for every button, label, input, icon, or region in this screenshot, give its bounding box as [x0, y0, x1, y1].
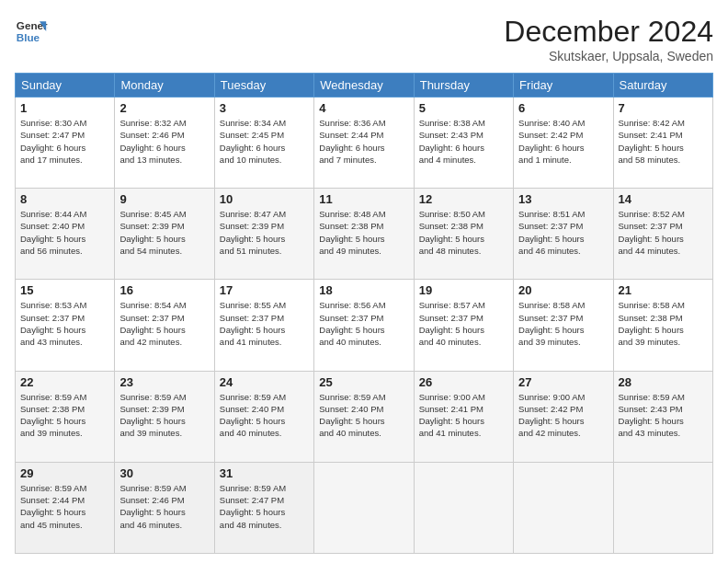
day-info: Sunrise: 8:38 AM Sunset: 2:43 PM Dayligh… — [419, 117, 508, 166]
day-number: 8 — [20, 192, 109, 206]
day-info: Sunrise: 8:54 AM Sunset: 2:37 PM Dayligh… — [119, 299, 209, 348]
day-cell: 19Sunrise: 8:57 AM Sunset: 2:37 PM Dayli… — [414, 280, 513, 371]
day-number: 24 — [220, 375, 309, 389]
header: General Blue December 2024 Skutskaer, Up… — [15, 15, 713, 63]
day-number: 18 — [319, 283, 408, 297]
week-row-5: 29Sunrise: 8:59 AM Sunset: 2:44 PM Dayli… — [16, 462, 713, 553]
day-info: Sunrise: 8:57 AM Sunset: 2:37 PM Dayligh… — [419, 299, 508, 348]
day-number: 5 — [419, 101, 508, 115]
title-section: December 2024 Skutskaer, Uppsala, Sweden — [504, 15, 713, 63]
day-number: 7 — [619, 101, 708, 115]
day-cell: 3Sunrise: 8:34 AM Sunset: 2:45 PM Daylig… — [214, 98, 313, 189]
day-number: 15 — [20, 283, 109, 297]
day-cell: 8Sunrise: 8:44 AM Sunset: 2:40 PM Daylig… — [16, 189, 115, 280]
week-row-1: 1Sunrise: 8:30 AM Sunset: 2:47 PM Daylig… — [16, 98, 713, 189]
month-title: December 2024 — [504, 15, 713, 49]
day-info: Sunrise: 8:59 AM Sunset: 2:40 PM Dayligh… — [220, 391, 309, 440]
day-cell: 28Sunrise: 8:59 AM Sunset: 2:43 PM Dayli… — [613, 371, 712, 462]
day-cell — [414, 462, 513, 553]
day-cell: 29Sunrise: 8:59 AM Sunset: 2:44 PM Dayli… — [16, 462, 115, 553]
day-info: Sunrise: 8:59 AM Sunset: 2:46 PM Dayligh… — [119, 482, 209, 531]
day-number: 9 — [119, 192, 209, 206]
day-info: Sunrise: 8:55 AM Sunset: 2:37 PM Dayligh… — [220, 299, 309, 348]
day-info: Sunrise: 8:36 AM Sunset: 2:44 PM Dayligh… — [319, 117, 408, 166]
week-row-2: 8Sunrise: 8:44 AM Sunset: 2:40 PM Daylig… — [16, 189, 713, 280]
day-cell — [613, 462, 712, 553]
week-row-4: 22Sunrise: 8:59 AM Sunset: 2:38 PM Dayli… — [16, 371, 713, 462]
day-info: Sunrise: 8:59 AM Sunset: 2:47 PM Dayligh… — [220, 482, 309, 531]
day-number: 3 — [220, 101, 309, 115]
day-number: 2 — [119, 101, 209, 115]
day-number: 19 — [419, 283, 508, 297]
day-number: 16 — [119, 283, 209, 297]
day-number: 29 — [20, 466, 109, 480]
day-number: 13 — [518, 192, 608, 206]
day-info: Sunrise: 8:59 AM Sunset: 2:39 PM Dayligh… — [119, 391, 209, 440]
day-number: 31 — [220, 466, 309, 480]
day-info: Sunrise: 8:59 AM Sunset: 2:43 PM Dayligh… — [619, 391, 708, 440]
day-info: Sunrise: 8:40 AM Sunset: 2:42 PM Dayligh… — [518, 117, 608, 166]
day-number: 1 — [20, 101, 109, 115]
day-cell — [514, 462, 613, 553]
day-cell: 22Sunrise: 8:59 AM Sunset: 2:38 PM Dayli… — [16, 371, 115, 462]
logo: General Blue — [15, 15, 48, 48]
day-number: 14 — [619, 192, 708, 206]
day-number: 20 — [518, 283, 608, 297]
day-cell: 12Sunrise: 8:50 AM Sunset: 2:38 PM Dayli… — [414, 189, 513, 280]
day-cell: 11Sunrise: 8:48 AM Sunset: 2:38 PM Dayli… — [314, 189, 414, 280]
day-info: Sunrise: 8:50 AM Sunset: 2:38 PM Dayligh… — [419, 208, 508, 257]
page: General Blue December 2024 Skutskaer, Up… — [0, 0, 728, 563]
day-number: 10 — [220, 192, 309, 206]
day-number: 26 — [419, 375, 508, 389]
day-info: Sunrise: 8:48 AM Sunset: 2:38 PM Dayligh… — [319, 208, 408, 257]
day-cell: 25Sunrise: 8:59 AM Sunset: 2:40 PM Dayli… — [314, 371, 414, 462]
subtitle: Skutskaer, Uppsala, Sweden — [504, 49, 713, 63]
day-info: Sunrise: 8:52 AM Sunset: 2:37 PM Dayligh… — [619, 208, 708, 257]
day-number: 22 — [20, 375, 109, 389]
day-info: Sunrise: 8:59 AM Sunset: 2:40 PM Dayligh… — [319, 391, 408, 440]
day-info: Sunrise: 8:47 AM Sunset: 2:39 PM Dayligh… — [220, 208, 309, 257]
day-cell: 6Sunrise: 8:40 AM Sunset: 2:42 PM Daylig… — [514, 98, 613, 189]
day-cell: 7Sunrise: 8:42 AM Sunset: 2:41 PM Daylig… — [613, 98, 712, 189]
day-number: 30 — [119, 466, 209, 480]
calendar-table: Sunday Monday Tuesday Wednesday Thursday… — [15, 73, 713, 554]
col-sunday: Sunday — [16, 74, 115, 98]
day-number: 21 — [619, 283, 708, 297]
day-number: 11 — [319, 192, 408, 206]
day-info: Sunrise: 8:44 AM Sunset: 2:40 PM Dayligh… — [20, 208, 109, 257]
day-info: Sunrise: 8:53 AM Sunset: 2:37 PM Dayligh… — [20, 299, 109, 348]
day-cell: 1Sunrise: 8:30 AM Sunset: 2:47 PM Daylig… — [16, 98, 115, 189]
day-info: Sunrise: 8:56 AM Sunset: 2:37 PM Dayligh… — [319, 299, 408, 348]
day-cell — [314, 462, 414, 553]
day-cell: 20Sunrise: 8:58 AM Sunset: 2:37 PM Dayli… — [514, 280, 613, 371]
day-info: Sunrise: 8:32 AM Sunset: 2:46 PM Dayligh… — [119, 117, 209, 166]
day-number: 4 — [319, 101, 408, 115]
day-cell: 4Sunrise: 8:36 AM Sunset: 2:44 PM Daylig… — [314, 98, 414, 189]
day-cell: 9Sunrise: 8:45 AM Sunset: 2:39 PM Daylig… — [115, 189, 214, 280]
day-cell: 26Sunrise: 9:00 AM Sunset: 2:41 PM Dayli… — [414, 371, 513, 462]
day-info: Sunrise: 8:30 AM Sunset: 2:47 PM Dayligh… — [20, 117, 109, 166]
day-number: 6 — [518, 101, 608, 115]
day-cell: 5Sunrise: 8:38 AM Sunset: 2:43 PM Daylig… — [414, 98, 513, 189]
day-number: 27 — [518, 375, 608, 389]
logo-icon: General Blue — [15, 15, 48, 48]
day-info: Sunrise: 9:00 AM Sunset: 2:42 PM Dayligh… — [518, 391, 608, 440]
day-cell: 24Sunrise: 8:59 AM Sunset: 2:40 PM Dayli… — [214, 371, 313, 462]
day-cell: 31Sunrise: 8:59 AM Sunset: 2:47 PM Dayli… — [214, 462, 313, 553]
day-number: 28 — [619, 375, 708, 389]
day-info: Sunrise: 8:58 AM Sunset: 2:38 PM Dayligh… — [619, 299, 708, 348]
day-info: Sunrise: 8:58 AM Sunset: 2:37 PM Dayligh… — [518, 299, 608, 348]
day-cell: 27Sunrise: 9:00 AM Sunset: 2:42 PM Dayli… — [514, 371, 613, 462]
col-wednesday: Wednesday — [314, 74, 414, 98]
col-monday: Monday — [115, 74, 214, 98]
day-number: 23 — [119, 375, 209, 389]
day-number: 12 — [419, 192, 508, 206]
day-info: Sunrise: 9:00 AM Sunset: 2:41 PM Dayligh… — [419, 391, 508, 440]
day-cell: 21Sunrise: 8:58 AM Sunset: 2:38 PM Dayli… — [613, 280, 712, 371]
day-info: Sunrise: 8:42 AM Sunset: 2:41 PM Dayligh… — [619, 117, 708, 166]
day-cell: 13Sunrise: 8:51 AM Sunset: 2:37 PM Dayli… — [514, 189, 613, 280]
day-info: Sunrise: 8:59 AM Sunset: 2:38 PM Dayligh… — [20, 391, 109, 440]
week-row-3: 15Sunrise: 8:53 AM Sunset: 2:37 PM Dayli… — [16, 280, 713, 371]
calendar-header-row: Sunday Monday Tuesday Wednesday Thursday… — [16, 74, 713, 98]
day-cell: 15Sunrise: 8:53 AM Sunset: 2:37 PM Dayli… — [16, 280, 115, 371]
